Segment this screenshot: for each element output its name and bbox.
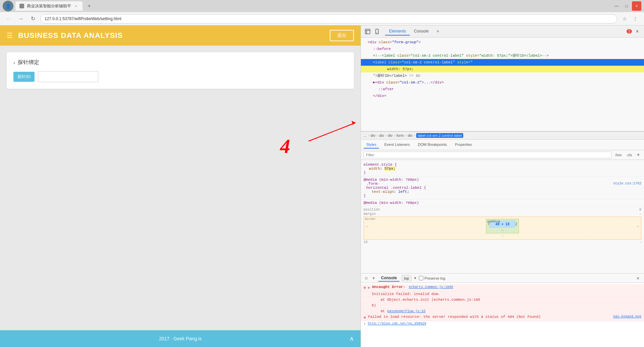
style-rule-element: element.style { width: 57px; }: [361, 161, 644, 176]
devtools-toolbar-right: 2 ×: [627, 27, 641, 36]
elem-line-form-group: <div class="form-group">: [361, 39, 644, 46]
devtools-styles-panel: Styles Event Listeners DOM Breakpoints P…: [361, 139, 644, 273]
styles-tab-event-listeners[interactable]: Event Listeners: [382, 141, 413, 149]
devtools-breadcrumb: ... › div › div › div › form › div › lab…: [361, 131, 644, 139]
hov-button[interactable]: :hov: [613, 152, 623, 158]
tab-favicon: [19, 4, 24, 8]
browser-toolbar: ← → ↻ ☆ ⋮: [0, 12, 644, 25]
error-text-2: Failed to load resource: the server resp…: [368, 315, 541, 319]
browser-titlebar: 👤 商业决策智能分析辅助平 × + — □ ×: [0, 0, 644, 12]
user-icon-button[interactable]: 👤: [3, 1, 13, 11]
console-bottom-link[interactable]: http://blog.cdn.net/no_350%29: [368, 322, 426, 326]
logout-button[interactable]: 退出: [330, 30, 354, 41]
card-header: › 探针绑定: [13, 59, 347, 66]
elem-line-div-col: ►<div class="col-sm-2">...</div>: [361, 79, 644, 86]
elem-line-label-selected[interactable]: <label class="col-sm-2 control-label" st…: [361, 59, 644, 66]
styles-toolbar: Styles Event Listeners DOM Breakpoints P…: [361, 139, 644, 150]
maximize-button[interactable]: □: [622, 1, 631, 11]
error-link-passFlow[interactable]: passengerFlow.js:33: [387, 309, 425, 313]
console-error-1b: Initialize failed: invalid dom.: [361, 291, 644, 297]
box-model-position: position 0: [364, 208, 641, 212]
styles-tab-properties[interactable]: Properties: [452, 141, 475, 149]
tab-close-button[interactable]: ×: [74, 4, 78, 8]
breadcrumb-form[interactable]: form: [396, 133, 404, 137]
window-controls: — □ ×: [612, 1, 641, 11]
app-body: › 探针绑定 探针ID 4 3: [0, 46, 361, 330]
probe-id-input[interactable]: [38, 71, 98, 82]
devtools-elements-tree: <div class="form-group"> ::before <!--<l…: [361, 38, 644, 131]
console-tab-label[interactable]: Console: [378, 275, 399, 282]
styles-tab-dom-breakpoints[interactable]: DOM Breakpoints: [415, 141, 450, 149]
address-bar[interactable]: [40, 14, 617, 23]
console-error-2: ⊗ Failed to load resource: the server re…: [361, 314, 644, 321]
elem-line-comment: <!--<label class="col-sm-2 control-label…: [361, 52, 644, 59]
app-content: ☰ BUSINESS DATA ANALYSIS 退出 › 探针绑定 探针ID: [0, 25, 361, 347]
tab-title-text: 商业决策智能分析辅助平: [27, 3, 71, 9]
console-error-1d: 6): [361, 303, 644, 308]
styles-tab-styles[interactable]: Styles: [364, 141, 379, 149]
devtools-tab-console[interactable]: Console: [410, 27, 433, 36]
svg-rect-10: [376, 29, 378, 34]
clear-console-button[interactable]: ⊘: [364, 276, 369, 281]
reload-button[interactable]: ↻: [28, 14, 38, 23]
console-close-button[interactable]: ×: [635, 275, 641, 282]
error-icon-2: ⊗: [364, 315, 366, 320]
section-title: 探针绑定: [18, 59, 39, 66]
main-area: ☰ BUSINESS DATA ANALYSIS 退出 › 探针绑定 探针ID: [0, 25, 644, 347]
box-model-container: position 0 margin – border – padding: [361, 207, 644, 245]
error-link-echarts[interactable]: echarts.common.js:1666: [409, 285, 453, 289]
cls-button[interactable]: .cls: [625, 152, 634, 158]
close-button[interactable]: ×: [632, 1, 641, 11]
breadcrumb-div1[interactable]: div: [371, 133, 375, 137]
error-link-nav[interactable]: nav-expand.png: [613, 315, 641, 319]
menu-button[interactable]: ⋮: [631, 14, 640, 23]
footer-text: 2017 · Geek Pang.is: [159, 336, 202, 341]
devtools-tab-elements[interactable]: Elements: [385, 27, 410, 36]
add-style-rule-button[interactable]: +: [635, 152, 641, 158]
app-footer: 2017 · Geek Pang.is ∧: [0, 330, 361, 347]
hamburger-icon[interactable]: ☰: [7, 32, 13, 40]
breadcrumb-div3[interactable]: div: [388, 133, 392, 137]
device-mode-button[interactable]: [373, 27, 381, 36]
box-model-border-inner: padding 7 40 × 18 2 –: [486, 219, 519, 233]
styles-filter-input[interactable]: [364, 152, 611, 158]
probe-id-form-row: 探针ID: [13, 71, 347, 82]
error-triangle-1[interactable]: ▶: [368, 286, 370, 290]
browser-tab[interactable]: 商业决策智能分析辅助平 ×: [15, 1, 83, 11]
console-top-label[interactable]: top: [401, 275, 411, 281]
footer-chevron-icon[interactable]: ∧: [350, 335, 354, 342]
devtools-console-panel: ⊘ ▼ Console top ▼ Preserve log × ⊗ ▶ Unc…: [361, 273, 644, 347]
box-model-margin: margin –: [364, 212, 641, 216]
console-filter-button[interactable]: ▼: [371, 276, 376, 281]
bookmark-button[interactable]: ☆: [620, 14, 629, 23]
devtools-toolbar: Elements Console » 2 ×: [361, 25, 644, 38]
preserve-log-checkbox[interactable]: [419, 276, 423, 280]
svg-line-0: [309, 123, 356, 141]
inspect-element-button[interactable]: [364, 27, 372, 36]
styles-filter-bar: :hov .cls +: [361, 150, 644, 160]
new-tab-button[interactable]: +: [85, 1, 94, 11]
minimize-button[interactable]: —: [612, 1, 621, 11]
browser-chrome: 👤 商业决策智能分析辅助平 × + — □ × ← → ↻ ☆ ⋮: [0, 0, 644, 25]
app-title: BUSINESS DATA ANALYSIS: [18, 31, 330, 40]
styles-content: element.style { width: 57px; } @media (m…: [361, 160, 644, 273]
devtools-tabs: Elements Console »: [385, 27, 625, 36]
style-rule-media-1: @media (min-width: 768px) .form-style.cs…: [361, 176, 644, 199]
error-text-1: Uncaught Error: echarts.common.js:1666: [372, 285, 453, 289]
preserve-log-label: Preserve log: [419, 276, 445, 280]
style-source-link-1[interactable]: style.css:1762: [613, 182, 641, 185]
devtools-tab-more[interactable]: »: [433, 27, 443, 36]
back-button[interactable]: ←: [4, 14, 13, 23]
breadcrumb-label-active[interactable]: label.col-sm-2.control-label: [416, 133, 463, 138]
breadcrumb-div2[interactable]: div: [379, 133, 384, 137]
elem-line-div-close: </div>: [361, 93, 644, 99]
console-content: ⊗ ▶ Uncaught Error: echarts.common.js:16…: [361, 283, 644, 347]
devtools-close-button[interactable]: ×: [633, 27, 641, 36]
elem-line-before: ::before: [361, 46, 644, 52]
probe-id-label: 探针ID: [13, 72, 35, 82]
box-model-side-values: 15 –: [364, 240, 641, 244]
box-model-visual: border – padding 7 40 × 18 2: [364, 217, 641, 240]
breadcrumb-div4[interactable]: div: [408, 133, 413, 137]
console-error-1: ⊗ ▶ Uncaught Error: echarts.common.js:16…: [361, 284, 644, 291]
forward-button[interactable]: →: [16, 14, 25, 23]
